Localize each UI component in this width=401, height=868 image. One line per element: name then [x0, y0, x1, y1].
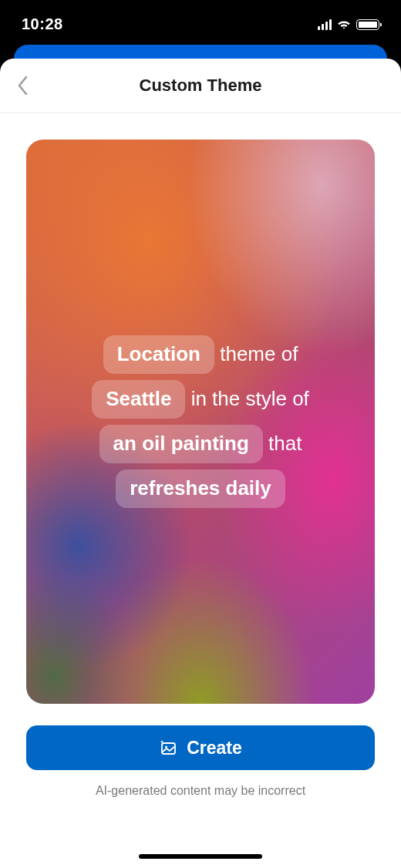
status-time: 10:28 [22, 15, 63, 33]
header: Custom Theme [0, 59, 401, 113]
battery-icon [356, 19, 379, 30]
chevron-left-icon [17, 76, 29, 96]
prompt-text-2: in the style of [185, 387, 308, 410]
prompt-text-1: theme of [214, 342, 298, 365]
content-area: Location theme of Seattle in the style o… [0, 113, 401, 868]
main-panel: Custom Theme Location theme of Seattle i… [0, 59, 401, 868]
status-icons [318, 19, 379, 30]
home-indicator[interactable] [139, 854, 262, 859]
theme-preview-card: Location theme of Seattle in the style o… [26, 140, 375, 704]
wifi-icon [336, 19, 352, 30]
category-chip[interactable]: Location [103, 335, 214, 374]
cellular-signal-icon [318, 19, 332, 30]
create-button[interactable]: Create [26, 725, 375, 770]
prompt-text-3: that [263, 432, 302, 455]
style-chip[interactable]: an oil painting [99, 425, 263, 463]
ai-disclaimer: AI-generated content may be incorrect [26, 784, 375, 798]
sparkle-image-icon [159, 738, 177, 757]
subject-chip[interactable]: Seattle [92, 380, 185, 419]
svg-point-1 [165, 746, 167, 749]
create-button-label: Create [187, 738, 242, 759]
back-button[interactable] [17, 76, 29, 96]
status-bar: 10:28 [0, 0, 401, 42]
refresh-chip[interactable]: refreshes daily [116, 469, 285, 508]
prompt-text: Location theme of Seattle in the style o… [69, 332, 332, 510]
page-title: Custom Theme [17, 76, 384, 96]
